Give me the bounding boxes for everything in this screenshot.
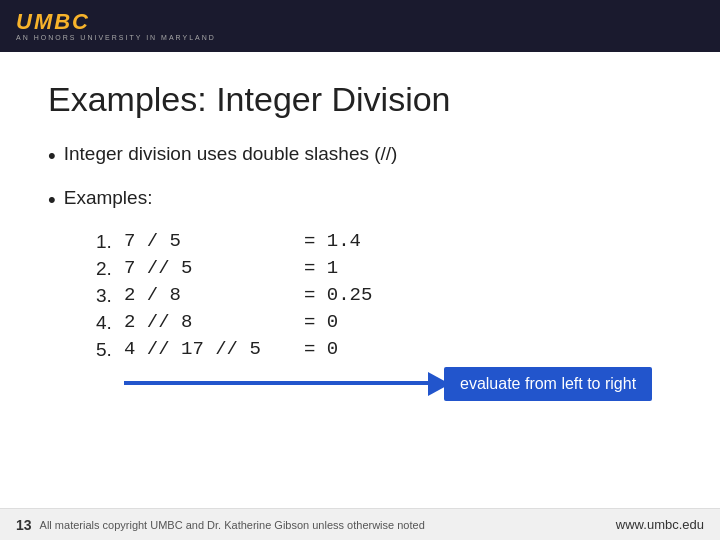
ex-result-2: = 1 [304,259,338,278]
example-row-2: 2. 7 // 5 = 1 [96,259,672,278]
ex-num-4: 4. [96,313,124,332]
footer: 13 All materials copyright UMBC and Dr. … [0,508,720,540]
ex-code-1: 7 / 5 [124,232,304,251]
page-title: Examples: Integer Division [48,80,672,119]
ex-num-5: 5. [96,340,124,359]
ex-num-1: 1. [96,232,124,251]
examples-section: • Examples: 1. 7 / 5 = 1.4 2. 7 // 5 = 1… [48,187,672,412]
ex-result-1: = 1.4 [304,232,361,251]
ex-code-2: 7 // 5 [124,259,304,278]
footer-url: www.umbc.edu [616,517,704,532]
bullet-dot-2: • [48,187,56,213]
example-row-5: 5. 4 // 17 // 5 = 0 [96,340,672,359]
main-content: Examples: Integer Division • Integer div… [0,52,720,413]
ex-num-3: 3. [96,286,124,305]
header-bar: UMBC AN HONORS UNIVERSITY IN MARYLAND [0,0,720,52]
examples-label: Examples: [64,187,153,209]
example-row-1: 1. 7 / 5 = 1.4 [96,232,672,251]
ex-result-4: = 0 [304,313,338,332]
footer-left: 13 All materials copyright UMBC and Dr. … [16,517,425,533]
ex-code-5: 4 // 17 // 5 [124,340,304,359]
umbc-logo: UMBC AN HONORS UNIVERSITY IN MARYLAND [16,11,216,41]
ex-code-4: 2 // 8 [124,313,304,332]
page-number: 13 [16,517,32,533]
example-row-3: 3. 2 / 8 = 0.25 [96,286,672,305]
bullet-item-1: • Integer division uses double slashes (… [48,143,672,169]
example-row-4: 4. 2 // 8 = 0 [96,313,672,332]
ex-code-3: 2 / 8 [124,286,304,305]
bullet-item-2: • Examples: [48,187,672,213]
ex-num-2: 2. [96,259,124,278]
examples-list: 1. 7 / 5 = 1.4 2. 7 // 5 = 1 3. 2 / 8 = … [96,232,672,359]
tooltip-box: evaluate from left to right [444,367,652,401]
arrow-tooltip-area: evaluate from left to right [96,367,672,413]
ex-result-5: = 0 [304,340,338,359]
bullet-dot-1: • [48,143,56,169]
umbc-logo-subtitle: AN HONORS UNIVERSITY IN MARYLAND [16,34,216,41]
ex-result-3: = 0.25 [304,286,372,305]
bullet-text-1: Integer division uses double slashes (//… [64,143,398,165]
footer-copyright: All materials copyright UMBC and Dr. Kat… [40,519,425,531]
arrow-line [124,381,434,385]
umbc-logo-text: UMBC [16,11,216,33]
